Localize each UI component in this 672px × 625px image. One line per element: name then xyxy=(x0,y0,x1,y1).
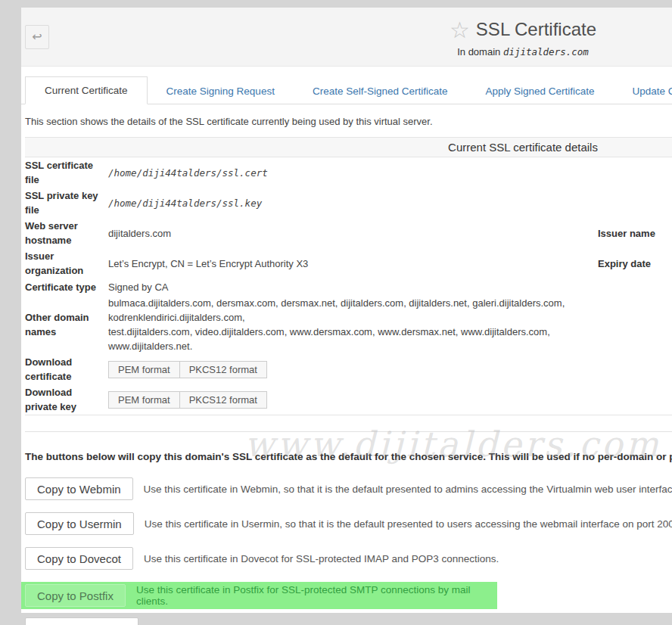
service-description: Use this certificate in Webmin, so that … xyxy=(144,484,672,495)
table-title: Current SSL certificate details xyxy=(25,137,672,157)
section-divider xyxy=(25,431,672,432)
row-value: /home/diji44talders/ssl.key xyxy=(108,196,598,210)
tab-create-signing-request[interactable]: Create Signing Request xyxy=(148,78,294,104)
pem-format-button[interactable]: PEM format xyxy=(108,391,180,409)
table-row: Issuer organizationLet’s Encrypt, CN = L… xyxy=(25,248,672,278)
star-icon[interactable]: ☆ xyxy=(450,17,470,42)
tab-apply-signed-certificate[interactable]: Apply Signed Certificate xyxy=(466,78,613,104)
row-label: Issuer organization xyxy=(25,249,108,278)
row-label-secondary: Expiry date xyxy=(598,257,672,271)
copy-to-dovecot-button[interactable]: Copy to Dovecot xyxy=(25,547,133,570)
row-value: PEM formatPKCS12 format xyxy=(108,361,598,378)
file-path: /home/diji44talders/ssl.cert xyxy=(108,167,268,179)
tab-bar: Current CertificateCreate Signing Reques… xyxy=(21,76,672,104)
table-row: Other domain namesbulmaca.dijitalders.co… xyxy=(25,295,672,354)
pkcs12-format-button[interactable]: PKCS12 format xyxy=(180,361,267,378)
row-label: Certificate type xyxy=(25,280,108,294)
row-label: Download certificate xyxy=(25,355,108,384)
download-button-group: PEM formatPKCS12 format xyxy=(108,361,267,378)
row-label: Web server hostname xyxy=(25,219,108,247)
service-row-copy-to-usermin: Copy to UserminUse this certificate in U… xyxy=(25,512,672,535)
page-subtitle: In domain dijitalders.com xyxy=(21,46,672,58)
content-panel: ↩ ☆SSL Certificate In domain dijitalders… xyxy=(21,8,672,613)
row-value: Let’s Encrypt, CN = Let’s Encrypt Author… xyxy=(108,257,598,271)
service-row-copy-to-proftpd: Copy to ProFTPDUse this certificate in P… xyxy=(25,617,672,625)
row-value: Signed by CA xyxy=(108,280,598,294)
row-value: dijitalders.com xyxy=(108,226,598,241)
certificate-details-table: Current SSL certificate details SSL cert… xyxy=(25,137,672,415)
copy-section-heading: The buttons below will copy this domain'… xyxy=(25,450,672,463)
copy-to-postfix-button[interactable]: Copy to Postfix xyxy=(25,584,126,607)
service-row-copy-to-dovecot: Copy to DovecotUse this certificate in D… xyxy=(25,547,672,570)
domain-list-line: test.dijitalders.com, video.dijitalders.… xyxy=(108,325,598,353)
service-row-copy-to-postfix: Copy to PostfixUse this certificate in P… xyxy=(21,582,497,609)
page-title: SSL Certificate xyxy=(476,19,596,39)
service-row-copy-to-webmin: Copy to WebminUse this certificate in We… xyxy=(25,477,672,500)
row-label: SSL private key file xyxy=(25,188,108,217)
table-row: Download private keyPEM formatPKCS12 for… xyxy=(25,384,672,415)
service-description: Use this certificate in Dovecot for SSL-… xyxy=(144,553,499,564)
title-block: ☆SSL Certificate In domain dijitalders.c… xyxy=(21,17,672,58)
row-value: bulmaca.dijitalders.com, dersmax.com, de… xyxy=(108,296,598,353)
copy-to-webmin-button[interactable]: Copy to Webmin xyxy=(25,477,133,500)
tab-current-certificate[interactable]: Current Certificate xyxy=(25,76,148,104)
table-row: SSL private key file/home/diji44talders/… xyxy=(25,188,672,218)
row-label: Download private key xyxy=(25,385,108,414)
row-label: Other domain names xyxy=(25,310,108,339)
pem-format-button[interactable]: PEM format xyxy=(108,361,180,378)
table-row: Download certificatePEM formatPKCS12 for… xyxy=(25,354,672,384)
copy-to-usermin-button[interactable]: Copy to Usermin xyxy=(25,512,134,535)
page-title-line: ☆SSL Certificate xyxy=(21,17,672,43)
row-label-secondary: Issuer name xyxy=(598,226,672,241)
subtitle-prefix: In domain xyxy=(457,46,500,58)
tab-create-self-signed-certificate[interactable]: Create Self-Signed Certificate xyxy=(294,78,467,104)
table-row: SSL certificate file/home/diji44talders/… xyxy=(25,157,672,188)
service-description: Use this certificate in Usermin, so that… xyxy=(145,518,672,530)
service-description: Use this certificate in Postfix for SSL-… xyxy=(136,584,497,607)
download-button-group: PEM formatPKCS12 format xyxy=(108,391,267,409)
intro-text: This section shows the details of the SS… xyxy=(25,116,672,127)
table-row: Web server hostnamedijitalders.comIssuer… xyxy=(25,218,672,248)
domain-name: dijitalders.com xyxy=(503,46,589,58)
pkcs12-format-button[interactable]: PKCS12 format xyxy=(180,391,267,409)
domain-list-line: bulmaca.dijitalders.com, dersmax.com, de… xyxy=(108,296,598,325)
file-path: /home/diji44talders/ssl.key xyxy=(108,197,262,209)
table-row: Certificate typeSigned by CA xyxy=(25,278,672,295)
row-label: SSL certificate file xyxy=(25,158,108,187)
service-list: Copy to WebminUse this certificate in We… xyxy=(21,477,672,625)
row-value: /home/diji44talders/ssl.cert xyxy=(108,166,598,180)
row-value: PEM formatPKCS12 format xyxy=(108,391,598,409)
tab-update-certificate-and-key[interactable]: Update Certificate and Key xyxy=(614,78,672,104)
page-header: ↩ ☆SSL Certificate In domain dijitalders… xyxy=(21,8,672,67)
copy-to-proftpd-button[interactable]: Copy to ProFTPD xyxy=(25,617,138,625)
